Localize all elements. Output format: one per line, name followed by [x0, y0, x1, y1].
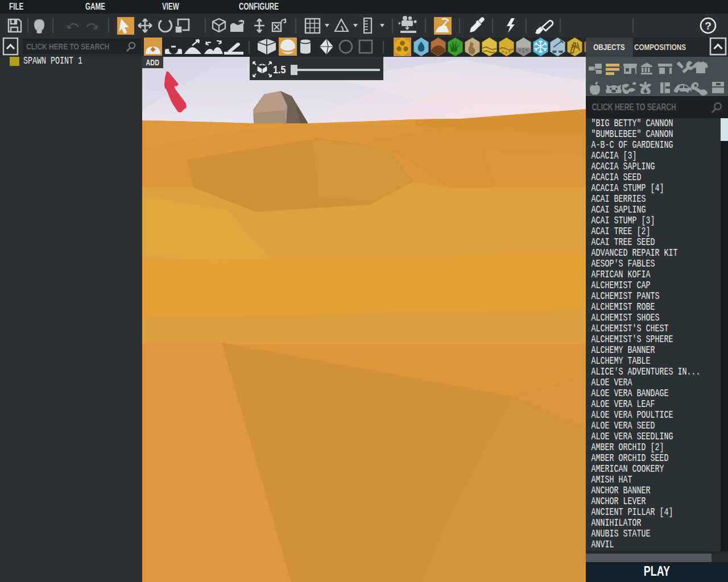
svg-text:?: ?: [705, 20, 712, 32]
